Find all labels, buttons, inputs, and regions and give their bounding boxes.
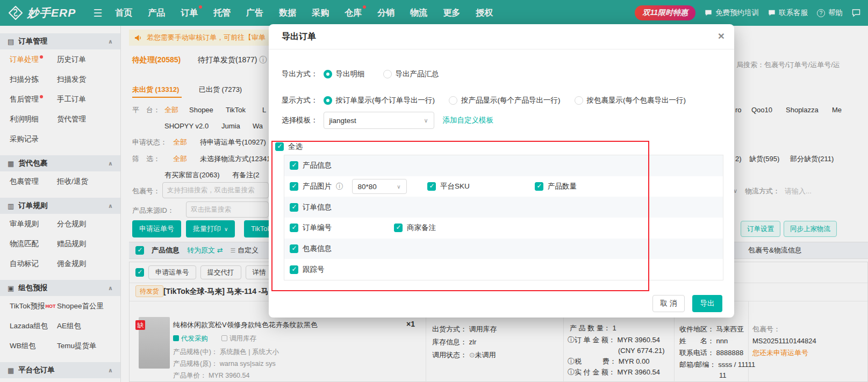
group-product-info-checkbox[interactable]: [290, 161, 298, 170]
field-tracking-no-checkbox[interactable]: [290, 265, 298, 274]
radio-icon: [449, 96, 457, 105]
template-select[interactable]: jiangtest∨: [324, 112, 434, 129]
export-mode-row: 导出方式： 导出明细 导出产品汇总: [282, 69, 439, 79]
radio-selected-icon: [324, 96, 332, 105]
select-all-checkbox[interactable]: [275, 142, 284, 151]
cancel-button[interactable]: 取 消: [652, 295, 685, 312]
field-platform-sku-checkbox[interactable]: [427, 182, 436, 191]
radio-export-detail[interactable]: 导出明细: [324, 69, 365, 79]
template-label: 选择模板：: [282, 116, 318, 125]
group-order-info-checkbox[interactable]: [290, 203, 298, 212]
field-product-image-checkbox[interactable]: [290, 182, 298, 191]
template-row: 选择模板： jiangtest∨ 添加自定义模板: [282, 112, 493, 129]
export-mode-label: 导出方式：: [282, 69, 318, 79]
field-product-qty-checkbox[interactable]: [535, 182, 543, 191]
radio-icon: [575, 96, 583, 105]
select-all-label: 全选: [288, 142, 303, 152]
radio-display-by-product[interactable]: 按产品显示(每个产品导出一行): [449, 96, 561, 105]
add-custom-template-link[interactable]: 添加自定义模板: [443, 116, 494, 125]
chevron-down-icon: ∨: [397, 184, 400, 190]
chevron-down-icon: ∨: [424, 117, 428, 124]
select-all-row: 全选: [275, 142, 303, 152]
export-orders-modal: 导出订单 × 导出方式： 导出明细 导出产品汇总 显示方式： 按订单显示(每个订…: [269, 24, 734, 318]
fields-package-info: 跟踪号: [284, 259, 723, 280]
modal-footer: 取 消 导出: [652, 295, 722, 312]
radio-display-by-order[interactable]: 按订单显示(每个订单导出一行): [324, 96, 435, 105]
group-package-info-checkbox[interactable]: [290, 244, 298, 253]
field-merchant-note-checkbox[interactable]: [394, 224, 403, 232]
fields-order-info: 订单编号 商家备注: [284, 218, 723, 239]
erp-screen: 妙手ERP ☰ 首页 产品 订单 托管 广告 数据 采购 仓库 分销 物流 更多…: [0, 0, 868, 382]
fields-product-info: 产品图片 ⓘ 80*80∨ 平台SKU 产品数量: [284, 176, 723, 197]
modal-title: 导出订单: [282, 31, 316, 42]
radio-display-by-package[interactable]: 按包裹显示(每个包裹导出一行): [575, 96, 686, 105]
image-size-select[interactable]: 80*80∨: [352, 179, 407, 194]
group-package-info: 包裹信息: [284, 239, 723, 260]
close-icon[interactable]: ×: [718, 30, 724, 42]
radio-export-product-summary[interactable]: 导出产品汇总: [383, 69, 439, 79]
export-button[interactable]: 导出: [692, 295, 722, 312]
info-icon: ⓘ: [336, 182, 343, 191]
radio-selected-icon: [324, 70, 332, 78]
export-fields-box: 产品信息 产品图片 ⓘ 80*80∨ 平台SKU 产品数量: [284, 155, 723, 280]
modal-header: 导出订单 ×: [269, 24, 734, 49]
group-order-info: 订单信息: [284, 197, 723, 218]
display-mode-row: 显示方式： 按订单显示(每个订单导出一行) 按产品显示(每个产品导出一行) 按包…: [282, 96, 686, 105]
field-order-no-checkbox[interactable]: [290, 224, 298, 232]
radio-icon: [383, 70, 392, 78]
group-product-info: 产品信息: [284, 155, 723, 176]
display-mode-label: 显示方式：: [282, 96, 318, 105]
